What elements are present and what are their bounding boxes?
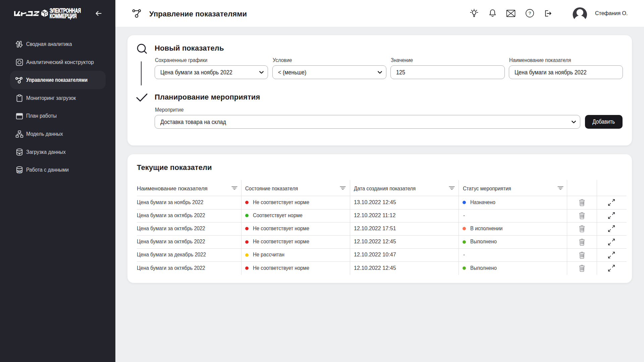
svg-text:КОММЕРЦИЯ: КОММЕРЦИЯ: [50, 12, 76, 19]
svg-text:SQL: SQL: [18, 171, 21, 173]
svg-text:?: ?: [529, 11, 531, 16]
